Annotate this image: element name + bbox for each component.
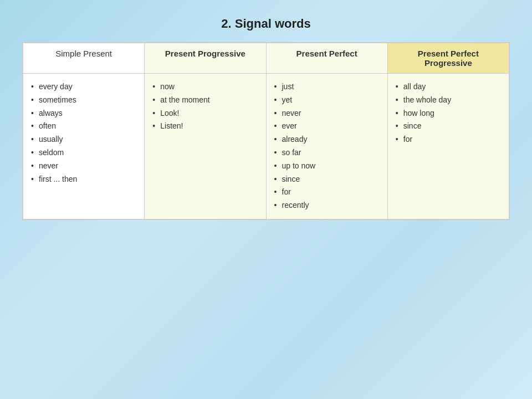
list-item: for [396,133,501,146]
list-item: so far [274,146,380,160]
cell-present-perfect-progressive: all daythe whole dayhow longsincefor [387,74,509,219]
list-item: since [274,173,380,186]
list-item: at the moment [152,94,258,107]
list-item: never [31,160,136,173]
list-item: since [396,120,501,133]
list-item: seldom [31,146,136,160]
list-item: Listen! [152,120,258,133]
header-present-progressive: Present Progressive [145,43,266,74]
list-item: yet [274,94,380,107]
list-item: all day [396,80,501,94]
list-item: ever [274,120,380,133]
header-present-perfect-progressive: Present Perfect Progressive [387,43,509,74]
list-item: every day [31,80,136,94]
header-present-perfect: Present Perfect [266,43,387,74]
cell-simple-present: every daysometimesalwaysoftenusuallyseld… [23,74,145,219]
list-item: recently [274,199,380,212]
signal-words-table: Simple Present Present Progressive Prese… [22,42,510,220]
list-item: already [274,133,380,146]
list-item: never [274,107,380,120]
list-item: now [152,80,258,94]
list-item: sometimes [31,94,136,107]
list-item: the whole day [396,94,501,107]
list-item: first ... then [31,173,136,186]
page-title: 2. Signal words [221,17,310,31]
list-item: usually [31,133,136,146]
list-item: for [274,186,380,199]
list-item: always [31,107,136,120]
list-item: how long [396,107,501,120]
cell-present-progressive: nowat the momentLook!Listen! [145,74,266,219]
list-item: often [31,120,136,133]
list-item: up to now [274,160,380,173]
header-simple-present: Simple Present [23,43,145,74]
list-item: Look! [152,107,258,120]
list-item: just [274,80,380,94]
cell-present-perfect: justyetnevereveralreadyso farup to nowsi… [266,74,387,219]
table-row: every daysometimesalwaysoftenusuallyseld… [23,74,509,219]
